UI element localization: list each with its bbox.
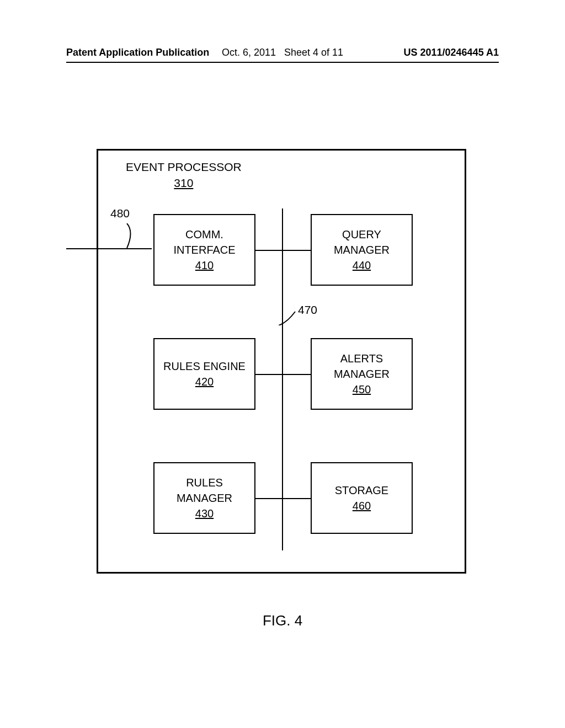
rules-engine-label1: RULES ENGINE	[163, 358, 246, 374]
connector-6	[283, 498, 311, 499]
alerts-manager-ref: 450	[353, 382, 371, 397]
rules-manager-ref: 430	[195, 506, 214, 521]
connector-2	[283, 250, 311, 251]
storage-ref: 460	[353, 498, 371, 513]
query-manager-label1: QUERY	[342, 227, 381, 242]
label-470: 470	[298, 303, 317, 317]
processor-ref: 310	[126, 175, 242, 191]
comm-interface-label1: COMM.	[185, 227, 223, 242]
header-sheet: Sheet 4 of 11	[284, 47, 343, 58]
figure-label: FIG. 4	[263, 612, 302, 629]
header-publication-number: US 2011/0246445 A1	[404, 47, 499, 58]
storage-block: STORAGE 460	[311, 462, 413, 534]
header-divider	[66, 62, 499, 63]
rules-manager-block: RULES MANAGER 430	[153, 462, 255, 534]
connector-5	[255, 498, 282, 499]
alerts-manager-block: ALERTS MANAGER 450	[311, 338, 413, 410]
query-manager-label2: MANAGER	[334, 242, 390, 258]
connector-1	[255, 250, 282, 251]
rules-engine-block: RULES ENGINE 420	[153, 338, 255, 410]
comm-interface-block: COMM. INTERFACE 410	[153, 214, 255, 286]
rules-engine-ref: 420	[195, 374, 214, 389]
header-center: Oct. 6, 2011 Sheet 4 of 11	[222, 47, 343, 58]
rules-manager-label1: RULES	[186, 475, 223, 490]
header-date: Oct. 6, 2011	[222, 47, 276, 58]
page-header: Patent Application Publication Oct. 6, 2…	[0, 47, 565, 58]
leader-curve-470	[279, 309, 298, 325]
alerts-manager-label2: MANAGER	[334, 366, 390, 382]
processor-title-text: EVENT PROCESSOR	[126, 159, 242, 175]
header-publication-type: Patent Application Publication	[66, 47, 209, 58]
comm-interface-ref: 410	[195, 258, 214, 273]
event-processor-container: EVENT PROCESSOR 310 COMM. INTERFACE 410 …	[97, 149, 466, 574]
bus-line	[282, 208, 283, 550]
comm-interface-label2: INTERFACE	[173, 242, 235, 258]
processor-title: EVENT PROCESSOR 310	[126, 159, 242, 191]
storage-label1: STORAGE	[335, 483, 388, 498]
alerts-manager-label1: ALERTS	[340, 351, 383, 366]
connector-3	[255, 374, 282, 375]
query-manager-block: QUERY MANAGER 440	[311, 214, 413, 286]
rules-manager-label2: MANAGER	[177, 490, 232, 506]
query-manager-ref: 440	[353, 258, 371, 273]
connector-4	[283, 374, 311, 375]
